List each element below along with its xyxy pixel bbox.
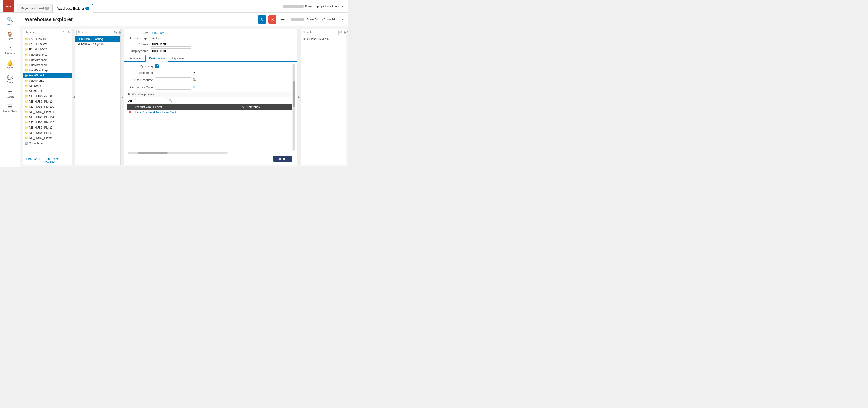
- tree-item-show-more[interactable]: 📋Show More...: [23, 141, 72, 146]
- tree-item[interactable]: 📁Hub6MainDepot: [23, 68, 72, 73]
- expand-arrow-right[interactable]: ▶: [298, 29, 301, 165]
- breadcrumb-hub6plant1-facility[interactable]: Hub6Plant1 (Facility): [44, 157, 70, 164]
- product-group-search-button[interactable]: 🔍: [168, 98, 173, 104]
- left-edit-button[interactable]: ✎: [67, 30, 71, 35]
- facility-item-hub6plant1-c1[interactable]: Hub6Plant1-C1 (Cell): [75, 42, 121, 47]
- pg-level-link[interactable]: Level 1 > Level 2e > Level 2e-3: [135, 111, 176, 114]
- site-resource-input[interactable]: [155, 78, 191, 82]
- tab-equipment[interactable]: Equipment: [168, 55, 189, 62]
- folder-icon: 📁: [25, 37, 28, 41]
- mid-search-input[interactable]: [76, 30, 114, 35]
- tree-item[interactable]: 📁NE_HUB6_Plant3: [23, 130, 72, 135]
- pref-edit-icon[interactable]: ✎: [242, 106, 244, 108]
- mid-facility-list: Hub6Plant1 (Facility) Hub6Plant1-C1 (Cel…: [75, 36, 121, 165]
- operating-label: Operating:: [127, 65, 154, 68]
- page-title: Warehouse Explorer: [25, 17, 256, 22]
- displayname-input[interactable]: [151, 49, 191, 53]
- h-scrollbar-track: [128, 152, 228, 154]
- tab-close-buyer-dashboard[interactable]: ✕: [45, 6, 49, 10]
- tree-item[interactable]: 📁NE_HUB6_Plant10: [23, 104, 72, 109]
- sidebar-label-switch: Switch: [6, 95, 13, 98]
- sidebar-label-alerts: Alerts: [7, 66, 13, 69]
- name-input[interactable]: [151, 41, 191, 47]
- tree-item[interactable]: 📁NE_HUB6-Plant6: [23, 94, 72, 99]
- sidebar-item-search[interactable]: 🔍 Search: [1, 14, 19, 28]
- site-resource-row: Site Resource: 🔍: [127, 76, 292, 84]
- user-dropdown-header[interactable]: ▼: [341, 18, 344, 21]
- tree-item[interactable]: 📁NE_HUB6_Plant11: [23, 109, 72, 115]
- tree-list: 📁EN_Hub6DC1 📁EN_Hub6DC2 📁EN_Hub6DC3 📁Hub…: [23, 36, 72, 156]
- designation-tab-content: Operating: Assignment: Option1 Option2: [124, 62, 297, 165]
- product-group-add-input[interactable]: [135, 98, 167, 103]
- tree-item[interactable]: 📁NE_HUB6_Plant15: [23, 120, 72, 125]
- vertical-scrollbar[interactable]: [292, 64, 294, 151]
- right-refresh-button[interactable]: ↻: [347, 30, 348, 35]
- mid-search-button[interactable]: 🔍: [114, 30, 118, 35]
- site-resource-field: 🔍: [155, 77, 197, 83]
- right-settings-button[interactable]: ⚙: [343, 30, 346, 35]
- tree-item[interactable]: 📁NE_HUB6_Plant14: [23, 115, 72, 120]
- search-icon: 🔍: [7, 17, 13, 23]
- commodity-code-input[interactable]: [155, 85, 191, 90]
- tab-buyer-dashboard[interactable]: Buyer Dashboard ✕: [17, 4, 53, 12]
- tab-bar: Buyer Dashboard ✕ Warehouse Explorer ✕: [14, 0, 283, 12]
- menu-button[interactable]: ☰: [279, 16, 287, 24]
- right-search-button[interactable]: 🔍: [339, 30, 343, 35]
- operating-checkbox[interactable]: [155, 64, 159, 68]
- tree-item-hub6plant1[interactable]: 📁Hub6Plant1: [23, 73, 72, 78]
- site-row: Site: Hub6Plant1: [124, 30, 297, 35]
- site-value[interactable]: Hub6Plant1: [151, 31, 166, 35]
- tree-item[interactable]: 📁Hub6Branch3: [23, 62, 72, 68]
- tree-item[interactable]: 📁Hub6Branch2: [23, 57, 72, 62]
- sidebar-item-menus-favs[interactable]: ☰ Menus/Favs: [1, 101, 19, 115]
- tree-item[interactable]: 📁EN_Hub6DC2: [23, 41, 72, 47]
- tab-designation[interactable]: Designation: [145, 55, 168, 62]
- breadcrumb-hub6plant1[interactable]: Hub6Plant1: [25, 157, 40, 164]
- site-resource-search-button[interactable]: 🔍: [192, 77, 197, 83]
- right-search-input[interactable]: [302, 30, 339, 35]
- add-label: Add:: [128, 99, 134, 103]
- right-search-row: 🔍 ⚙ ↻ ✎: [301, 29, 346, 36]
- facility-item-hub6plant1-facility[interactable]: Hub6Plant1 (Facility): [75, 36, 121, 42]
- tab-close-warehouse-explorer[interactable]: ✕: [86, 6, 89, 10]
- tree-item[interactable]: 📁EN_Hub6DC3: [23, 47, 72, 52]
- expand-arrow-mid[interactable]: ◀: [121, 29, 124, 165]
- user-dropdown-arrow[interactable]: ▼: [341, 5, 344, 7]
- assignment-select[interactable]: Option1 Option2: [155, 70, 196, 75]
- left-refresh-button[interactable]: ↻: [62, 30, 66, 35]
- refresh-button[interactable]: ↻: [258, 16, 266, 24]
- folder-icon: 📁: [25, 95, 28, 98]
- update-button[interactable]: Update: [273, 156, 292, 162]
- tab-warehouse-explorer[interactable]: Warehouse Explorer ✕: [54, 4, 93, 13]
- tree-item[interactable]: 📁NE_HUB6_Plant4: [23, 135, 72, 141]
- horizontal-scrollbar-area[interactable]: [127, 151, 294, 154]
- commodity-code-label: Commodity Code:: [127, 86, 154, 89]
- commodity-code-search-button[interactable]: 🔍: [192, 84, 197, 90]
- tree-item[interactable]: 📁NE-Store2: [23, 88, 72, 94]
- close-button[interactable]: ✕: [268, 16, 276, 24]
- right-item[interactable]: Hub6Plant1-C2 (Cell): [301, 36, 346, 42]
- page-header: Warehouse Explorer ↻ ✕ ☰ Buyer Supply Ch…: [20, 13, 348, 27]
- tree-item[interactable]: 📁EN_Hub6DC1: [23, 36, 72, 41]
- detail-tabs: Attributes Designation Equipment: [124, 55, 297, 62]
- sidebar-item-chats[interactable]: 💬 Chats: [1, 72, 19, 86]
- tree-item[interactable]: 📁NE_HUB6_Plant2: [23, 125, 72, 130]
- sidebar-item-switch[interactable]: ⇄ Switch: [1, 87, 19, 100]
- list-icon: 📋: [25, 142, 28, 145]
- sidebar-item-problems[interactable]: ⚠ Problems: [1, 43, 19, 57]
- content-area: Warehouse Explorer ↻ ✕ ☰ Buyer Supply Ch…: [20, 13, 348, 168]
- sidebar-item-home[interactable]: 🏠 Home: [1, 29, 19, 42]
- displayname-label: DisplayName:: [127, 49, 149, 53]
- product-group-add-row: Add: 🔍: [127, 97, 292, 104]
- left-panel-search-row: ↻ ✎: [23, 29, 72, 36]
- expand-arrow-left[interactable]: ◀: [72, 29, 75, 165]
- tree-item[interactable]: 📁Hub6Plant2: [23, 78, 72, 83]
- left-search-input[interactable]: [24, 30, 61, 35]
- tree-item[interactable]: 📁Hub6Branch1: [23, 52, 72, 57]
- tab-attributes[interactable]: Attributes: [126, 55, 145, 62]
- tree-item[interactable]: 📁NE-Store1: [23, 83, 72, 88]
- tree-item[interactable]: 📁NE_HUB6_Plant1: [23, 99, 72, 104]
- sidebar-item-alerts[interactable]: 🔔 Alerts: [1, 58, 19, 71]
- pg-row-delete-button[interactable]: ✕: [129, 110, 131, 114]
- folder-icon: 📁: [25, 69, 28, 72]
